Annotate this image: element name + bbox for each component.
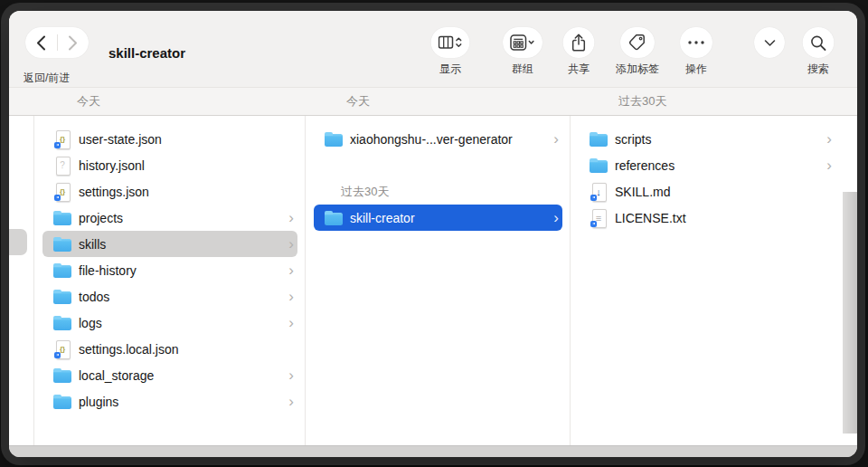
- view-button-label: 显示: [439, 62, 461, 74]
- file-row[interactable]: scripts ›: [579, 126, 835, 152]
- search-button[interactable]: 搜索: [803, 27, 835, 74]
- add-tags-button-label: 添加标签: [616, 62, 659, 74]
- back-button[interactable]: [25, 35, 57, 51]
- file-row[interactable]: plugins ›: [42, 388, 297, 415]
- file-name: user-state.json: [79, 132, 297, 147]
- file-name: history.jsonl: [79, 158, 297, 173]
- file-name: settings.local.json: [79, 342, 297, 357]
- file-row-selected[interactable]: skill-creator ›: [314, 205, 562, 231]
- file-row[interactable]: projects ›: [42, 205, 297, 231]
- file-row[interactable]: xiaohongshu-...ver-generator ›: [314, 126, 562, 152]
- inline-group-header: 过去30天: [305, 178, 570, 205]
- chevron-left-icon: [36, 35, 46, 51]
- file-row[interactable]: {} user-state.json ›: [42, 126, 297, 152]
- alias-badge-icon: [590, 195, 597, 201]
- json-file-icon: {}: [53, 129, 71, 148]
- file-row[interactable]: ≡ LICENSE.txt ›: [579, 205, 835, 231]
- file-row[interactable]: local_storage ›: [42, 362, 297, 388]
- file-name: settings.json: [79, 185, 297, 199]
- folder-icon: [53, 366, 71, 385]
- chevron-right-icon: ›: [288, 367, 294, 383]
- share-button[interactable]: 共享: [563, 27, 595, 74]
- file-name: SKILL.md: [615, 185, 835, 199]
- file-name: file-history: [79, 263, 288, 278]
- alias-badge-icon: [54, 352, 61, 358]
- search-icon: [803, 27, 835, 58]
- tag-icon: [620, 27, 655, 58]
- file-name: skill-creator: [350, 211, 553, 225]
- file-row[interactable]: {} settings.local.json ›: [42, 336, 297, 362]
- group-header-past30-col3: 过去30天: [618, 88, 666, 115]
- group-header-today-col1: 今天: [77, 88, 100, 115]
- actions-button-label: 操作: [685, 62, 707, 74]
- folder-icon: [590, 156, 608, 175]
- file-name: logs: [79, 316, 288, 330]
- share-button-label: 共享: [568, 62, 590, 74]
- folder-icon: [53, 234, 71, 253]
- group-header-today-col2: 今天: [346, 88, 370, 115]
- alias-badge-icon: [590, 221, 597, 227]
- previous-column-selection-sliver: [9, 229, 27, 255]
- desktop-background: 返回/前进 skill-creator 显示 群组 共享: [0, 0, 868, 467]
- file-name: skills: [79, 237, 288, 252]
- folder-icon: [53, 313, 71, 332]
- window-title: skill-creator: [108, 45, 185, 61]
- nav-buttons: [25, 27, 89, 58]
- forward-button[interactable]: [58, 35, 90, 51]
- file-name: references: [615, 158, 826, 173]
- add-tags-button[interactable]: 添加标签: [616, 27, 659, 74]
- file-name: xiaohongshu-...ver-generator: [350, 132, 553, 147]
- folder-icon: [590, 129, 608, 148]
- file-row[interactable]: todos ›: [42, 283, 297, 310]
- toolbar-overflow-button[interactable]: [754, 27, 785, 74]
- folder-icon: [53, 208, 71, 227]
- chevron-right-icon: ›: [826, 157, 832, 173]
- chevron-down-icon: [754, 27, 785, 58]
- column-3: scripts › references › ↓ SKILL.md › ≡ LI…: [570, 126, 843, 231]
- chevron-right-icon: ›: [288, 210, 294, 225]
- empty-row: [305, 152, 570, 178]
- nav-label: 返回/前进: [24, 71, 70, 86]
- ellipsis-icon: [680, 27, 712, 58]
- alias-badge-icon: [54, 142, 61, 148]
- folder-icon: [325, 208, 343, 227]
- group-icon: [503, 27, 542, 58]
- chevron-right-icon: ›: [288, 289, 294, 304]
- columns-view-icon: [431, 27, 470, 58]
- file-row[interactable]: {} settings.json ›: [42, 178, 297, 205]
- chevron-right-icon: ›: [288, 315, 294, 330]
- group-button[interactable]: 群组: [503, 27, 542, 74]
- toolbar: 返回/前进 skill-creator 显示 群组 共享: [9, 11, 857, 87]
- search-button-label: 搜索: [807, 62, 829, 74]
- file-row[interactable]: references ›: [579, 152, 835, 178]
- folder-icon: [53, 261, 71, 280]
- column-1: {} user-state.json › ? history.jsonl › {…: [33, 126, 305, 415]
- chevron-right-icon: ›: [826, 131, 832, 147]
- group-header-band: 今天 今天 过去30天: [9, 87, 857, 116]
- file-row[interactable]: logs ›: [42, 310, 297, 336]
- document-file-icon: ?: [53, 156, 71, 175]
- chevron-right-icon: ›: [553, 131, 559, 147]
- group-button-label: 群组: [512, 62, 533, 74]
- window-bottom-edge: [9, 445, 857, 457]
- file-name: projects: [79, 211, 288, 225]
- finder-window: 返回/前进 skill-creator 显示 群组 共享: [9, 11, 857, 457]
- file-name: local_storage: [79, 368, 288, 383]
- file-row[interactable]: ? history.jsonl ›: [42, 152, 297, 178]
- chevron-right-icon: ›: [288, 394, 294, 409]
- view-button[interactable]: 显示: [431, 27, 470, 74]
- file-row[interactable]: ↓ SKILL.md ›: [579, 178, 835, 205]
- chevron-right-icon: ›: [553, 210, 559, 225]
- actions-button[interactable]: 操作: [680, 27, 712, 74]
- folder-icon: [53, 392, 71, 411]
- file-name: todos: [79, 290, 288, 304]
- json-file-icon: {}: [53, 182, 71, 201]
- window-right-edge: [843, 192, 857, 434]
- file-row[interactable]: file-history ›: [42, 257, 297, 283]
- file-name: LICENSE.txt: [615, 211, 835, 225]
- text-file-icon: ≡: [590, 208, 608, 227]
- file-row-selected[interactable]: skills ›: [42, 231, 297, 257]
- folder-icon: [53, 287, 71, 306]
- file-name: plugins: [79, 395, 288, 409]
- markdown-file-icon: ↓: [590, 182, 608, 201]
